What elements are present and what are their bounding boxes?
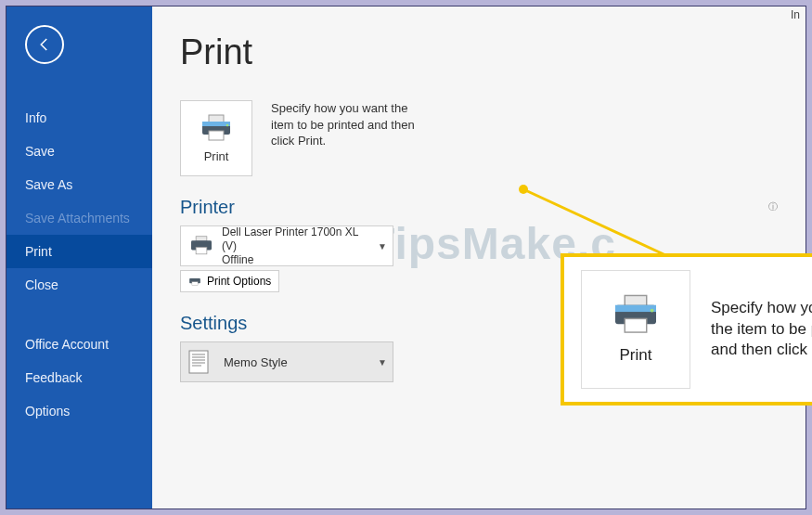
svg-rect-18 <box>625 295 646 306</box>
back-button[interactable] <box>25 25 64 64</box>
callout-text: Specify how you want the item to be prin… <box>711 298 812 362</box>
info-icon[interactable]: ⓘ <box>768 200 778 213</box>
svg-point-16 <box>519 185 528 194</box>
print-description: Specify how you want the item to be prin… <box>271 100 419 149</box>
sidebar-item-save-as[interactable]: Save As <box>6 168 152 201</box>
arrow-left-icon <box>36 36 53 53</box>
style-label: Memo Style <box>224 355 363 369</box>
svg-rect-5 <box>196 237 207 241</box>
backstage-sidebar: Info Save Save As Save Attachments Print… <box>6 6 152 509</box>
page-title: Print <box>180 32 778 72</box>
printer-small-icon <box>188 276 201 287</box>
callout-print-tile[interactable]: Print <box>581 270 690 389</box>
printer-icon <box>611 294 661 335</box>
svg-rect-22 <box>625 318 646 332</box>
top-right-label: In <box>791 8 800 21</box>
printer-section-title: Printer ⓘ <box>180 197 778 218</box>
sidebar-item-options[interactable]: Options <box>6 394 152 428</box>
chevron-down-icon: ▼ <box>378 357 387 367</box>
sidebar-item-office-account[interactable]: Office Account <box>6 328 152 361</box>
print-button[interactable]: Print <box>180 100 252 176</box>
sidebar-item-info[interactable]: Info <box>6 101 152 135</box>
svg-point-21 <box>651 309 654 313</box>
sidebar-item-print[interactable]: Print <box>6 235 152 268</box>
sidebar-item-save-attachments: Save Attachments <box>6 201 152 235</box>
chevron-down-icon: ▼ <box>378 241 387 251</box>
print-button-label: Print <box>204 149 229 163</box>
printer-text: Dell Laser Printer 1700n XL (V) Offline <box>222 225 370 267</box>
sidebar-item-close[interactable]: Close <box>6 268 152 302</box>
print-page: In TipsMake.c Print Print Specify how yo… <box>152 6 806 509</box>
printer-icon <box>188 236 214 256</box>
svg-rect-20 <box>615 305 656 312</box>
svg-rect-0 <box>209 115 224 122</box>
callout-print-label: Print <box>620 346 652 365</box>
print-options-button[interactable]: Print Options <box>180 270 279 292</box>
svg-rect-7 <box>196 247 207 253</box>
svg-rect-9 <box>192 282 198 286</box>
sidebar-item-feedback[interactable]: Feedback <box>6 361 152 394</box>
svg-point-3 <box>226 123 229 126</box>
memo-icon <box>188 350 209 374</box>
svg-rect-4 <box>209 131 224 140</box>
svg-rect-2 <box>202 122 230 126</box>
style-dropdown[interactable]: Memo Style ▼ <box>180 341 393 382</box>
printer-icon <box>200 114 233 142</box>
sidebar-item-save[interactable]: Save <box>6 135 152 168</box>
printer-dropdown[interactable]: Dell Laser Printer 1700n XL (V) Offline … <box>180 225 393 266</box>
callout-box: Print Specify how you want the item to b… <box>561 253 812 406</box>
